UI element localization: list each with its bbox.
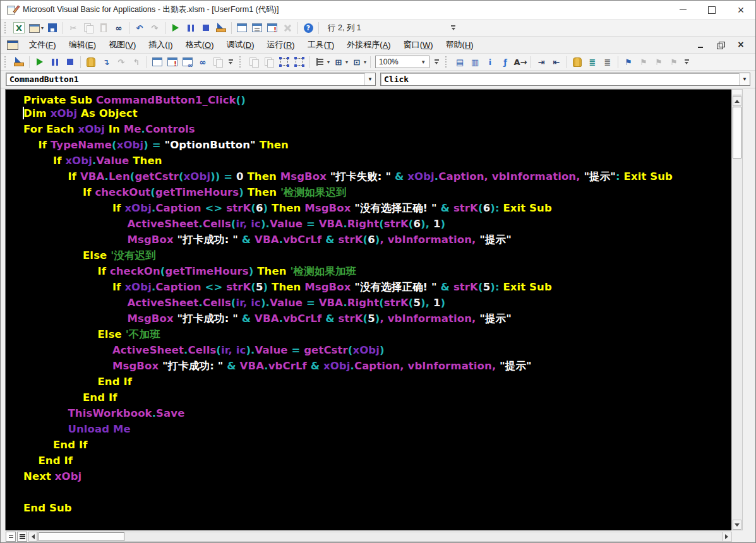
reset-icon[interactable] [199,21,213,35]
toggle-bookmark-icon[interactable]: ⚑ [621,55,635,69]
quick-watch-icon[interactable]: ∞ [196,55,210,69]
find-icon[interactable]: ∞ [112,21,126,35]
chevron-down-icon[interactable]: ▼ [421,59,426,65]
menu-item-run[interactable]: 运行(R) [261,37,301,53]
immediate-window-icon[interactable] [165,55,179,69]
toolbar-options-button[interactable] [227,55,234,69]
parameter-info-icon[interactable]: ƒ [498,55,512,69]
procedure-view-button[interactable] [6,532,16,542]
menu-item-window[interactable]: 窗口(W) [397,37,440,53]
full-module-view-button[interactable] [17,532,27,542]
split-box[interactable] [733,90,741,95]
list-constants-icon[interactable]: ▥ [468,55,482,69]
scroll-down-button[interactable] [733,520,741,530]
object-browser-icon[interactable] [265,21,279,35]
toolbar-grip[interactable] [445,56,450,68]
code-line[interactable]: If xObj.Caption <> strK(6) Then MsgBox "… [6,200,731,216]
child-restore-button[interactable] [715,40,726,50]
close-button[interactable] [726,1,755,19]
break-icon[interactable] [48,55,62,69]
insert-userform-dropdown-arrow-icon[interactable]: ▾ [41,25,44,31]
child-close-button[interactable] [735,40,747,50]
code-line[interactable]: Dim xObj As Object [6,105,731,121]
menu-item-edit[interactable]: 编辑(E) [63,37,102,53]
center-dropdown-arrow-icon[interactable]: ▾ [345,59,348,65]
code-line[interactable]: MsgBox "打卡成功: " & VBA.vbCrLf & strK(5), … [6,311,731,326]
menu-item-tools[interactable]: 工具(T) [301,37,341,53]
view-microsoft-excel-icon[interactable] [12,21,26,35]
vertical-scroll-thumb[interactable] [733,107,741,158]
design-mode-icon[interactable] [12,55,26,69]
reset-icon[interactable] [63,55,77,69]
code-line[interactable]: If xObj.Caption <> strK(5) Then MsgBox "… [6,279,731,295]
uncomment-block-icon[interactable]: ≣ [601,55,615,69]
maximize-button[interactable] [697,1,726,19]
align-icon[interactable] [313,55,327,69]
code-line[interactable]: Else '没有迟到 [6,248,731,263]
comment-block-icon[interactable]: ≣ [585,55,599,69]
horizontal-scrollbar[interactable] [37,532,732,542]
properties-window-icon[interactable] [250,21,264,35]
code-line[interactable]: MsgBox "打卡成功: " & VBA.vbCrLf & xObj.Capt… [6,358,731,374]
code-line[interactable]: End Sub [6,500,731,516]
menu-item-insert[interactable]: 插入(I) [142,37,179,53]
code-line[interactable]: ThisWorkbook.Save [6,405,731,421]
code-line[interactable]: End If [6,390,731,405]
break-icon[interactable] [184,21,198,35]
code-line[interactable]: If xObj.Value Then [6,153,731,169]
code-line[interactable]: End If [6,437,731,453]
group-icon[interactable] [277,55,291,69]
procedure-combobox-dropdown-button[interactable]: ▼ [739,73,750,85]
code-line[interactable]: If TypeName(xObj) = "OptionButton" Then [6,137,731,153]
toolbar-grip[interactable] [4,56,9,68]
quick-info-icon[interactable]: i [483,55,497,69]
menu-item-help[interactable]: 帮助(H) [440,37,480,53]
scroll-right-button[interactable] [722,532,731,541]
run-icon[interactable] [33,55,47,69]
code-line[interactable]: ActiveSheet.Cells(ir, ic).Value = VBA.Ri… [6,216,731,232]
menu-item-view[interactable]: 视图(V) [102,37,142,53]
object-combobox-dropdown-button[interactable]: ▼ [364,73,375,85]
code-editor[interactable]: Private Sub CommandButton1_Click()Dim xO… [5,89,731,530]
outdent-icon[interactable]: ⇤ [549,55,563,69]
code-line[interactable]: End If [6,453,731,468]
save-icon[interactable] [45,21,59,35]
minimize-button[interactable] [668,1,697,19]
toolbar-options-button[interactable] [450,21,457,35]
horizontal-scroll-thumb[interactable] [39,532,124,541]
code-line[interactable] [6,484,731,500]
project-explorer-icon[interactable] [235,21,249,35]
center-icon[interactable]: ⊞ [332,55,345,69]
design-mode-icon[interactable] [214,21,228,35]
ungroup-icon[interactable] [292,55,306,69]
code-line[interactable]: MsgBox "打卡成功: " & VBA.vbCrLf & strK(6), … [6,232,731,248]
code-window-system-icon[interactable] [7,40,18,50]
align-dropdown-arrow-icon[interactable]: ▾ [327,59,330,65]
zoom-combobox[interactable]: 100%▼ [375,56,429,68]
toolbar-options-button[interactable] [683,55,690,69]
help-icon[interactable] [301,21,315,35]
step-into-icon[interactable]: ↴ [99,55,113,69]
make-same-size-icon[interactable]: ⊡ [350,55,364,69]
scroll-left-button[interactable] [28,532,37,542]
code-line[interactable]: If VBA.Len(getCstr(xObj)) = 0 Then MsgBo… [6,169,731,184]
child-minimize-button[interactable] [695,40,706,50]
code-line[interactable]: ActiveSheet.Cells(ir, ic).Value = getCst… [6,342,731,358]
locals-window-icon[interactable] [150,55,164,69]
watch-window-icon[interactable] [181,55,195,69]
scroll-up-button[interactable] [733,96,741,106]
toolbar-grip[interactable] [4,22,9,33]
code-line[interactable]: Next xObj [6,468,731,484]
list-properties-icon[interactable]: ▤ [453,55,467,69]
code-line[interactable]: ActiveSheet.Cells(ir, ic).Value = VBA.Ri… [6,295,731,311]
menu-item-file[interactable]: 文件(F) [23,37,63,53]
vertical-scrollbar[interactable] [731,89,743,530]
menu-item-format[interactable]: 格式(O) [179,37,220,53]
object-combobox[interactable]: CommandButton1 ▼ [6,73,376,86]
toolbar-grip[interactable] [239,56,244,68]
menu-item-addins[interactable]: 外接程序(A) [340,37,397,53]
indent-icon[interactable]: ⇥ [534,55,548,69]
code-line[interactable]: For Each xObj In Me.Controls [6,121,731,137]
make-same-size-dropdown-arrow-icon[interactable]: ▾ [364,59,366,65]
menu-item-debug[interactable]: 调试(D) [220,37,260,53]
